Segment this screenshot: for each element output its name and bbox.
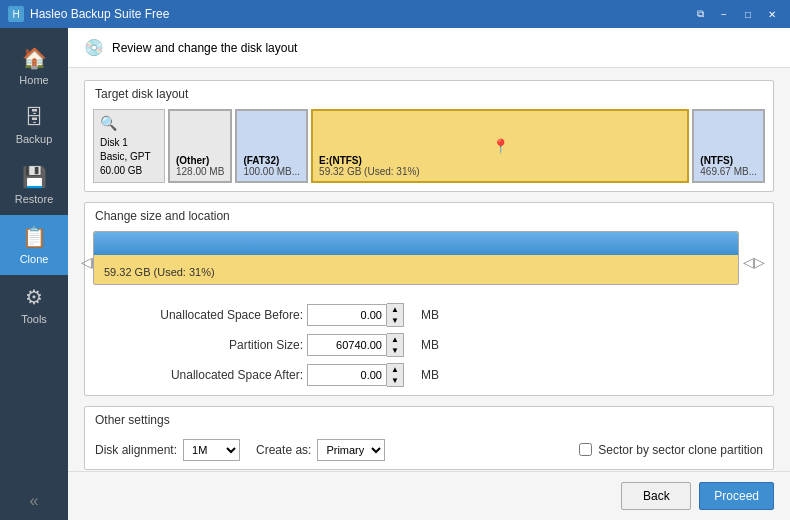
home-icon: 🏠 (22, 46, 47, 70)
sidebar-label-clone: Clone (20, 253, 49, 265)
sector-clone-label[interactable]: Sector by sector clone partition (598, 443, 763, 457)
unallocated-before-label: Unallocated Space Before: (123, 308, 303, 322)
sidebar-item-tools[interactable]: ⚙ Tools (0, 275, 68, 335)
disk-layout-row: 🔍 Disk 1 Basic, GPT 60.00 GB (Other) 128… (85, 105, 773, 191)
disk-alignment-label: Disk alignment: (95, 443, 177, 457)
partition-ntfs-large[interactable]: 📍 E:(NTFS) 59.32 GB (Used: 31%) (311, 109, 689, 183)
partition-ntfs-small-label: (NTFS) (700, 155, 757, 166)
partition-size-input-group: ▲ ▼ (307, 333, 417, 357)
maximize-button[interactable]: □ (738, 6, 758, 22)
unallocated-after-down[interactable]: ▼ (387, 375, 403, 386)
create-as-group: Create as: Primary Logical (256, 439, 385, 461)
partition-ntfs-small-size: 469.67 MB... (700, 166, 757, 177)
sector-clone-group: Sector by sector clone partition (579, 443, 763, 457)
close-button[interactable]: ✕ (762, 6, 782, 22)
resize-handle-right[interactable]: ◁▷ (743, 254, 765, 270)
unallocated-after-input[interactable] (307, 364, 387, 386)
sidebar-collapse-button[interactable]: « (30, 492, 39, 510)
sidebar-label-backup: Backup (16, 133, 53, 145)
change-size-title: Change size and location (85, 203, 773, 227)
other-settings-section: Other settings Disk alignment: 1M 4K Non… (84, 406, 774, 470)
page-header: 💿 Review and change the disk layout (68, 28, 790, 68)
title-bar: H Hasleo Backup Suite Free ⧉ − □ ✕ (0, 0, 790, 28)
sidebar-label-tools: Tools (21, 313, 47, 325)
partition-ntfs-small[interactable]: (NTFS) 469.67 MB... (692, 109, 765, 183)
unallocated-after-unit: MB (421, 368, 451, 382)
disk-alignment-select[interactable]: 1M 4K None (183, 439, 240, 461)
partition-size-down[interactable]: ▼ (387, 345, 403, 356)
target-disk-layout-title: Target disk layout (85, 81, 773, 105)
footer: Back Proceed (68, 471, 790, 520)
partition-size-spinners: ▲ ▼ (387, 333, 404, 357)
change-size-section: Change size and location ◁▷ 59.32 GB (Us… (84, 202, 774, 396)
partition-size-up[interactable]: ▲ (387, 334, 403, 345)
create-as-label: Create as: (256, 443, 311, 457)
unallocated-before-down[interactable]: ▼ (387, 315, 403, 326)
window-controls: ⧉ − □ ✕ (690, 6, 782, 22)
sidebar: 🏠 Home 🗄 Backup 💾 Restore 📋 Clone ⚙ Tool… (0, 28, 68, 520)
create-as-select[interactable]: Primary Logical (317, 439, 385, 461)
content-area: 💿 Review and change the disk layout Targ… (68, 28, 790, 520)
unallocated-after-label: Unallocated Space After: (123, 368, 303, 382)
proceed-button[interactable]: Proceed (699, 482, 774, 510)
disk-name: Disk 1 (100, 136, 158, 150)
header-icon: 💿 (84, 38, 104, 57)
partition-other-size: 128.00 MB (176, 166, 224, 177)
unallocated-before-input[interactable] (307, 304, 387, 326)
back-button[interactable]: Back (621, 482, 691, 510)
other-settings-title: Other settings (85, 407, 773, 431)
resize-bar[interactable]: 59.32 GB (Used: 31%) (93, 231, 739, 285)
unallocated-after-up[interactable]: ▲ (387, 364, 403, 375)
unallocated-after-input-group: ▲ ▼ (307, 363, 417, 387)
resize-bar-label: 59.32 GB (Used: 31%) (104, 266, 215, 278)
clone-icon: 📋 (22, 225, 47, 249)
location-pin-icon: 📍 (492, 138, 509, 154)
tools-icon: ⚙ (25, 285, 43, 309)
unallocated-before-up[interactable]: ▲ (387, 304, 403, 315)
minimize-button[interactable]: − (714, 6, 734, 22)
resize-section: ◁▷ 59.32 GB (Used: 31%) ◁▷ Unallocated S… (85, 227, 773, 395)
page-title: Review and change the disk layout (112, 41, 297, 55)
main-content: Target disk layout 🔍 Disk 1 Basic, GPT 6… (68, 68, 790, 471)
partition-size-input[interactable] (307, 334, 387, 356)
unallocated-before-input-group: ▲ ▼ (307, 303, 417, 327)
unallocated-before-unit: MB (421, 308, 451, 322)
unallocated-before-spinners: ▲ ▼ (387, 303, 404, 327)
partition-size-unit: MB (421, 338, 451, 352)
partition-other[interactable]: (Other) 128.00 MB (168, 109, 232, 183)
restore-window-button[interactable]: ⧉ (690, 6, 710, 22)
sidebar-label-restore: Restore (15, 193, 54, 205)
app-body: 🏠 Home 🗄 Backup 💾 Restore 📋 Clone ⚙ Tool… (0, 28, 790, 520)
partition-ntfs-large-size: 59.32 GB (Used: 31%) (319, 166, 681, 177)
disk-drive-icon: 🔍 (100, 114, 158, 134)
partition-ntfs-large-label: E:(NTFS) (319, 155, 681, 166)
other-settings-content: Disk alignment: 1M 4K None Create as: Pr… (85, 431, 773, 469)
target-disk-layout-section: Target disk layout 🔍 Disk 1 Basic, GPT 6… (84, 80, 774, 192)
sidebar-item-backup[interactable]: 🗄 Backup (0, 96, 68, 155)
partition-fat32[interactable]: (FAT32) 100.00 MB... (235, 109, 308, 183)
sidebar-item-home[interactable]: 🏠 Home (0, 36, 68, 96)
sector-clone-checkbox[interactable] (579, 443, 592, 456)
sidebar-label-home: Home (19, 74, 48, 86)
disk-alignment-group: Disk alignment: 1M 4K None (95, 439, 240, 461)
restore-icon: 💾 (22, 165, 47, 189)
disk-info-cell: 🔍 Disk 1 Basic, GPT 60.00 GB (93, 109, 165, 183)
app-icon: H (8, 6, 24, 22)
disk-type: Basic, GPT (100, 150, 158, 164)
app-title: Hasleo Backup Suite Free (30, 7, 690, 21)
unallocated-after-spinners: ▲ ▼ (387, 363, 404, 387)
disk-size: 60.00 GB (100, 164, 158, 178)
partition-fat32-size: 100.00 MB... (243, 166, 300, 177)
sidebar-item-clone[interactable]: 📋 Clone (0, 215, 68, 275)
partition-other-label: (Other) (176, 155, 224, 166)
size-form: Unallocated Space Before: ▲ ▼ MB Partiti… (93, 303, 765, 387)
sidebar-item-restore[interactable]: 💾 Restore (0, 155, 68, 215)
resize-bar-fill (94, 232, 738, 255)
partition-fat32-label: (FAT32) (243, 155, 300, 166)
backup-icon: 🗄 (24, 106, 44, 129)
partition-size-label: Partition Size: (123, 338, 303, 352)
